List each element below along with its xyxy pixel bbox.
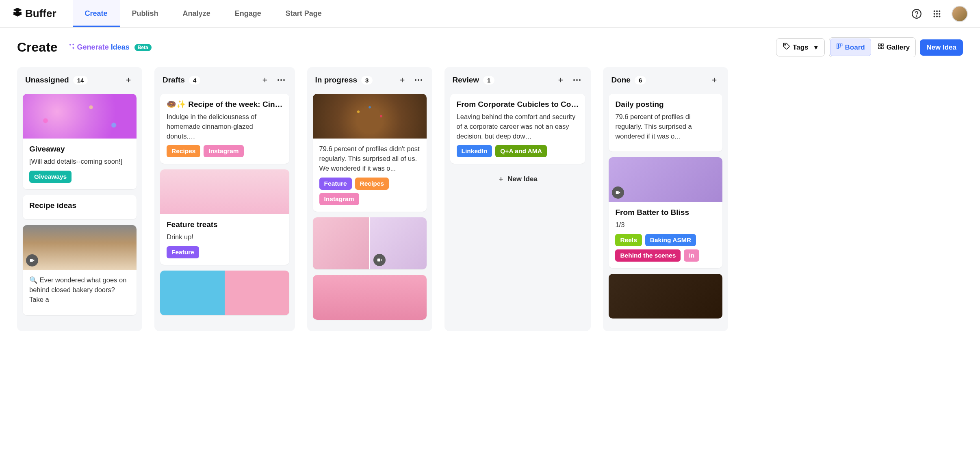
svg-point-7 (939, 13, 940, 14)
generate-ideas-label: Generate Ideas (77, 43, 130, 52)
wand-icon (67, 43, 75, 52)
tag-chip[interactable]: Giveaways (29, 171, 72, 183)
card-body: From Corporate Cubicles to Co…Leaving be… (450, 94, 585, 164)
card-text: 1/3 (615, 220, 716, 230)
add-card-icon[interactable] (709, 74, 720, 86)
column-more-icon[interactable] (275, 74, 287, 86)
tag-chip[interactable]: Instagram (204, 145, 243, 157)
idea-card[interactable]: 79.6 percent of profiles didn't post reg… (313, 94, 427, 212)
column-title: In progress (315, 76, 357, 84)
tags-dropdown[interactable]: Tags ▾ (776, 38, 824, 56)
card-body: Daily posting79.6 percent of profiles di… (609, 94, 722, 152)
idea-card[interactable] (313, 217, 427, 269)
card-text: 79.6 percent of profiles didn't post reg… (319, 144, 420, 173)
svg-point-20 (278, 79, 279, 81)
tag-chip[interactable]: LinkedIn (457, 145, 492, 157)
view-gallery-button[interactable]: Gallery (872, 38, 916, 57)
tag-chip[interactable]: Baking ASMR (645, 234, 696, 246)
new-idea-label: New Idea (507, 175, 538, 183)
view-board-button[interactable]: Board (830, 39, 871, 56)
column-count: 3 (361, 76, 373, 84)
tag-chip[interactable]: Feature (319, 178, 352, 190)
add-card-icon[interactable] (123, 74, 134, 86)
idea-card[interactable] (313, 275, 427, 320)
tag-chip[interactable]: Q+A and AMA (495, 145, 547, 157)
nav-start-page[interactable]: Start Page (273, 0, 334, 27)
svg-point-29 (579, 79, 581, 81)
column-count: 6 (635, 76, 646, 84)
card-title: From Corporate Cubicles to Co… (457, 100, 579, 110)
chevron-down-icon: ▾ (814, 43, 818, 52)
gallery-icon (878, 43, 884, 52)
svg-point-11 (785, 44, 785, 45)
board-icon (836, 43, 843, 52)
column-new-idea-button[interactable]: New Idea (450, 169, 585, 189)
tag-chip[interactable]: In (684, 249, 699, 262)
card-text: [Will add details--coming soon!] (29, 157, 130, 167)
app-header: Buffer Create Publish Analyze Engage Sta… (0, 0, 980, 28)
idea-card[interactable]: Giveaway[Will add details--coming soon!]… (23, 94, 137, 189)
tag-chip[interactable]: Recipes (167, 145, 200, 157)
logo[interactable]: Buffer (12, 7, 56, 20)
column-count: 4 (189, 76, 200, 84)
idea-card[interactable] (609, 274, 722, 318)
card-text: Indulge in the deliciousness of homemade… (167, 112, 283, 141)
apps-grid-icon[interactable] (931, 8, 943, 20)
card-image (370, 217, 427, 269)
tag-chip[interactable]: Feature (167, 246, 199, 258)
help-icon[interactable] (911, 8, 922, 20)
card-text: 79.6 percent of profiles di regularly. T… (615, 112, 716, 141)
tag-chip[interactable]: Instagram (319, 193, 359, 205)
card-text: 🔍 Ever wondered what goes on behind clos… (29, 275, 130, 305)
column-header: Done 6 (609, 73, 722, 87)
card-text: Leaving behind the comfort and security … (457, 112, 579, 141)
svg-point-3 (936, 10, 938, 12)
svg-rect-18 (881, 47, 883, 49)
tag-icon (783, 43, 790, 52)
board-column: Unassigned 14 Giveaway[Will add details-… (17, 67, 142, 331)
card-image (313, 275, 427, 320)
add-card-icon[interactable] (555, 74, 566, 86)
svg-point-1 (916, 15, 917, 16)
idea-card[interactable]: 🍩✨ Recipe of the week: Cin…Indulge in th… (160, 94, 289, 164)
user-avatar[interactable] (952, 6, 968, 22)
tag-chip[interactable]: Behind the scenes (615, 249, 681, 262)
add-card-icon[interactable] (397, 74, 408, 86)
main-nav: Create Publish Analyze Engage Start Page (73, 0, 334, 27)
idea-card[interactable] (160, 271, 289, 315)
nav-engage[interactable]: Engage (223, 0, 273, 27)
svg-point-24 (418, 79, 419, 81)
svg-point-27 (573, 79, 575, 81)
tag-chip[interactable]: Reels (615, 234, 642, 246)
card-title: Giveaway (29, 144, 130, 154)
card-body: 79.6 percent of profiles didn't post reg… (313, 139, 427, 212)
card-title: Daily posting (615, 100, 716, 110)
card-tags: FeatureRecipesInstagram (319, 178, 420, 205)
idea-card[interactable]: From Corporate Cubicles to Co…Leaving be… (450, 94, 585, 164)
video-icon (373, 254, 386, 266)
view-toggle: Board Gallery (829, 37, 916, 57)
video-icon (612, 186, 624, 199)
svg-point-8 (934, 15, 935, 17)
column-more-icon[interactable] (571, 74, 583, 86)
idea-card[interactable]: Feature treatsDrink up!Feature (160, 169, 289, 265)
card-tags: LinkedInQ+A and AMA (457, 145, 579, 157)
svg-rect-30 (616, 191, 619, 194)
new-idea-button[interactable]: New Idea (920, 39, 963, 56)
idea-card[interactable]: Daily posting79.6 percent of profiles di… (609, 94, 722, 152)
tag-chip[interactable]: Recipes (355, 178, 389, 190)
column-header: Unassigned 14 (23, 73, 137, 87)
nav-create[interactable]: Create (73, 0, 120, 27)
generate-ideas-button[interactable]: Generate Ideas Beta (67, 43, 152, 52)
nav-analyze[interactable]: Analyze (171, 0, 223, 27)
idea-card[interactable]: 🔍 Ever wondered what goes on behind clos… (23, 225, 137, 315)
add-card-icon[interactable] (259, 74, 271, 86)
column-more-icon[interactable] (413, 74, 424, 86)
idea-card[interactable]: From Batter to Bliss1/3ReelsBaking ASMRB… (609, 157, 722, 268)
idea-card[interactable]: Recipe ideas (23, 195, 137, 220)
svg-point-5 (934, 13, 935, 14)
card-body: Giveaway[Will add details--coming soon!]… (23, 139, 137, 189)
svg-point-21 (280, 79, 282, 81)
nav-publish[interactable]: Publish (120, 0, 171, 27)
card-text: Drink up! (167, 232, 283, 242)
